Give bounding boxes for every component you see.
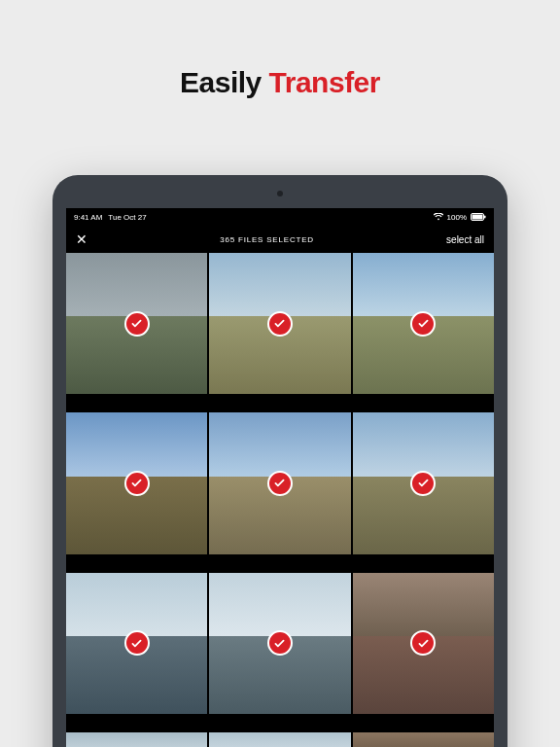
app-header: ✕ 365 FILES SELECTED select all [66,226,494,253]
photo-thumbnail[interactable] [353,253,494,394]
svg-rect-1 [472,215,483,220]
status-bar: 9:41 AM Tue Oct 27 100% [66,208,494,226]
photo-thumbnail[interactable] [209,573,350,714]
photo-thumbnail[interactable] [353,412,494,553]
select-all-button[interactable]: select all [446,234,484,245]
tablet-frame: 9:41 AM Tue Oct 27 100% ✕ 365 FILES SELE… [52,175,508,747]
selected-check-icon [410,630,436,656]
selected-check-icon [124,471,150,496]
status-left: 9:41 AM Tue Oct 27 [74,213,147,222]
battery-pct: 100% [447,213,467,222]
headline-word-1: Easily [180,66,262,98]
selection-count-label: 365 FILES SELECTED [220,235,314,244]
selected-check-icon [410,311,436,337]
selected-check-icon [124,630,150,656]
photo-thumbnail[interactable] [66,253,207,394]
photo-thumbnail[interactable] [209,412,350,553]
promo-headline: Easily Transfer [0,0,560,99]
selected-check-icon [124,311,150,337]
selected-check-icon [267,311,293,337]
selected-check-icon [410,471,436,496]
photo-thumbnail[interactable] [353,732,494,747]
wifi-icon [434,213,443,221]
svg-rect-2 [484,216,486,219]
photo-thumbnail[interactable] [66,732,207,747]
photo-thumbnail[interactable] [66,573,207,714]
close-button[interactable]: ✕ [76,232,88,246]
status-time: 9:41 AM [74,213,102,222]
photo-thumbnail[interactable] [209,253,350,394]
status-date: Tue Oct 27 [108,213,146,222]
photo-thumbnail[interactable] [66,412,207,553]
photo-thumbnail[interactable] [209,732,350,747]
photo-thumbnail[interactable] [353,573,494,714]
status-right: 100% [434,213,486,222]
headline-word-2: Transfer [269,66,380,98]
selected-check-icon [267,630,293,656]
selected-check-icon [267,471,293,496]
tablet-screen: 9:41 AM Tue Oct 27 100% ✕ 365 FILES SELE… [66,208,494,747]
battery-icon [471,213,486,221]
photo-grid[interactable] [66,253,494,747]
tablet-camera [277,191,283,196]
